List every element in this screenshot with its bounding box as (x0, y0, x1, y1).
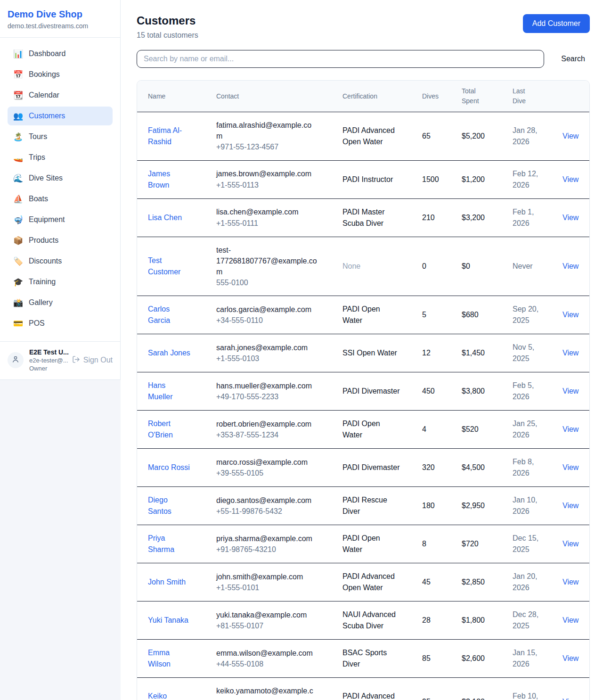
column-header-contact: Contact (216, 81, 342, 112)
user-name: E2E Test U... (29, 348, 66, 356)
sidebar-item-products[interactable]: 📦 Products (8, 231, 113, 250)
customer-phone: +1-555-0113 (216, 180, 311, 190)
view-customer-link[interactable]: View (562, 214, 579, 222)
table-row: Marco Rossi marco.rossi@example.com +39-… (137, 449, 589, 487)
sidebar-item-gallery[interactable]: 📸 Gallery (8, 293, 113, 312)
customer-name-link[interactable]: Emma Wilson (148, 647, 191, 670)
customer-name-link[interactable]: Carlos Garcia (148, 304, 191, 326)
search-input[interactable] (137, 50, 544, 68)
customer-name-link[interactable]: Yuki Tanaka (148, 615, 188, 626)
customer-certification: PADI Open Water (342, 418, 401, 441)
tear-off-calendar-icon: 📆 (13, 91, 23, 100)
view-customer-link[interactable]: View (562, 175, 579, 184)
customer-total-spent: $2,600 (462, 654, 485, 663)
sidebar-item-boats[interactable]: ⛵ Boats (8, 189, 113, 208)
customer-name-link[interactable]: Priya Sharma (148, 533, 191, 555)
view-customer-link[interactable]: View (562, 262, 579, 271)
customer-dives: 1500 (422, 175, 439, 184)
speedboat-icon: 🚤 (13, 153, 23, 163)
customer-total-spent: $5,200 (462, 132, 485, 140)
table-row: Fatima Al-Rashid fatima.alrashid@example… (137, 112, 589, 161)
customer-total-spent: $3,800 (462, 387, 485, 395)
customer-last-dive: Jan 28, 2026 (513, 125, 543, 148)
table-row: Sarah Jones sarah.jones@example.com +1-5… (137, 334, 589, 372)
customer-name-link[interactable]: Fatima Al-Rashid (148, 125, 191, 148)
customer-certification: PADI Open Water (342, 533, 401, 555)
customer-email: priya.sharma@example.com (216, 533, 312, 544)
customer-name-link[interactable]: Diego Santos (148, 494, 191, 517)
calendar-icon: 📅 (13, 70, 23, 80)
customer-total-spent: $2,850 (462, 578, 485, 586)
customer-certification: BSAC Sports Diver (342, 647, 401, 670)
customer-name-link[interactable]: Sarah Jones (148, 347, 190, 359)
sidebar-item-dashboard[interactable]: 📊 Dashboard (8, 44, 113, 63)
table-row: Yuki Tanaka yuki.tanaka@example.com +81-… (137, 601, 589, 640)
table-row: Diego Santos diego.santos@example.com +5… (137, 487, 589, 525)
customer-name-link[interactable]: Keiko Yamamoto (148, 691, 191, 700)
sidebar-item-calendar[interactable]: 📆 Calendar (8, 86, 113, 105)
customer-total-spent: $1,200 (462, 175, 485, 184)
sign-out-icon (72, 355, 80, 365)
add-customer-button[interactable]: Add Customer (523, 14, 590, 33)
view-customer-link[interactable]: View (562, 578, 579, 586)
customer-last-dive: Never (513, 261, 533, 272)
customer-email: diego.santos@example.com (216, 495, 311, 506)
customer-dives: 210 (422, 214, 435, 222)
customer-name-link[interactable]: James Brown (148, 168, 191, 191)
view-customer-link[interactable]: View (562, 349, 579, 357)
sidebar-item-trips[interactable]: 🚤 Trips (8, 148, 113, 167)
view-customer-link[interactable]: View (562, 132, 579, 140)
customer-contact: test-1772681807767@example.com 555-0100 (216, 245, 317, 288)
customer-contact: diego.santos@example.com +55-11-99876-54… (216, 495, 311, 517)
sidebar-item-tours[interactable]: 🏝️ Tours (8, 127, 113, 146)
customer-last-dive: Sep 20, 2025 (513, 304, 543, 326)
customer-email: john.smith@example.com (216, 571, 303, 582)
table-row: John Smith john.smith@example.com +1-555… (137, 563, 589, 601)
customer-total-spent: $4,500 (462, 463, 485, 472)
sign-out-button[interactable]: Sign Out (72, 355, 113, 365)
customer-dives: 450 (422, 387, 435, 395)
view-customer-link[interactable]: View (562, 540, 579, 548)
customer-last-dive: Feb 10, 2026 (513, 691, 543, 700)
customer-phone: +1-555-0111 (216, 218, 299, 229)
sidebar-item-training[interactable]: 🎓 Training (8, 272, 113, 291)
customer-count: 15 total customers (137, 31, 198, 40)
sidebar-column: Demo Dive Shop demo.test.divestreams.com… (0, 0, 121, 380)
view-customer-link[interactable]: View (562, 311, 579, 319)
sidebar-item-discounts[interactable]: 🏷️ Discounts (8, 252, 113, 271)
sidebar-item-equipment[interactable]: 🤿 Equipment (8, 210, 113, 229)
customer-name-link[interactable]: John Smith (148, 576, 186, 588)
customer-last-dive: Feb 1, 2026 (513, 206, 543, 229)
customer-total-spent: $2,950 (462, 502, 485, 510)
customer-certification: NAUI Advanced Scuba Diver (342, 609, 401, 632)
customer-name-link[interactable]: Lisa Chen (148, 212, 182, 223)
customer-name-link[interactable]: Hans Mueller (148, 380, 191, 403)
view-customer-link[interactable]: View (562, 387, 579, 395)
wave-icon: 🌊 (13, 173, 23, 183)
customer-name-link[interactable]: Robert O'Brien (148, 418, 191, 441)
sidebar-item-customers[interactable]: 👥 Customers (8, 107, 113, 125)
sidebar-item-bookings[interactable]: 📅 Bookings (8, 65, 113, 84)
search-button[interactable]: Search (556, 52, 590, 66)
customer-dives: 180 (422, 502, 435, 510)
sidebar-item-pos[interactable]: 💳 POS (8, 314, 113, 333)
user-meta: E2E Test U... e2e-tester@... Owner (29, 348, 66, 372)
sidebar-item-dive-sites[interactable]: 🌊 Dive Sites (8, 169, 113, 188)
view-customer-link[interactable]: View (562, 654, 579, 663)
view-customer-link[interactable]: View (562, 425, 579, 434)
customer-phone: +55-11-99876-5432 (216, 506, 311, 517)
customer-name-link[interactable]: Marco Rossi (148, 462, 190, 473)
user-box: E2E Test U... e2e-tester@... Owner Sign … (0, 341, 120, 379)
view-customer-link[interactable]: View (562, 616, 579, 625)
view-customer-link[interactable]: View (562, 502, 579, 510)
customer-contact: priya.sharma@example.com +91-98765-43210 (216, 533, 312, 555)
table-row: Carlos Garcia carlos.garcia@example.com … (137, 296, 589, 334)
customer-phone: +91-98765-43210 (216, 544, 312, 555)
customers-table-card: Name Contact Certification Dives Total S… (137, 80, 590, 700)
customer-dives: 85 (422, 654, 431, 663)
desert-island-icon: 🏝️ (13, 132, 23, 142)
customer-name-link[interactable]: Test Customer (148, 255, 191, 278)
customer-contact: marco.rossi@example.com +39-555-0105 (216, 457, 308, 478)
view-customer-link[interactable]: View (562, 463, 579, 472)
view-customer-link[interactable]: View (562, 698, 579, 700)
